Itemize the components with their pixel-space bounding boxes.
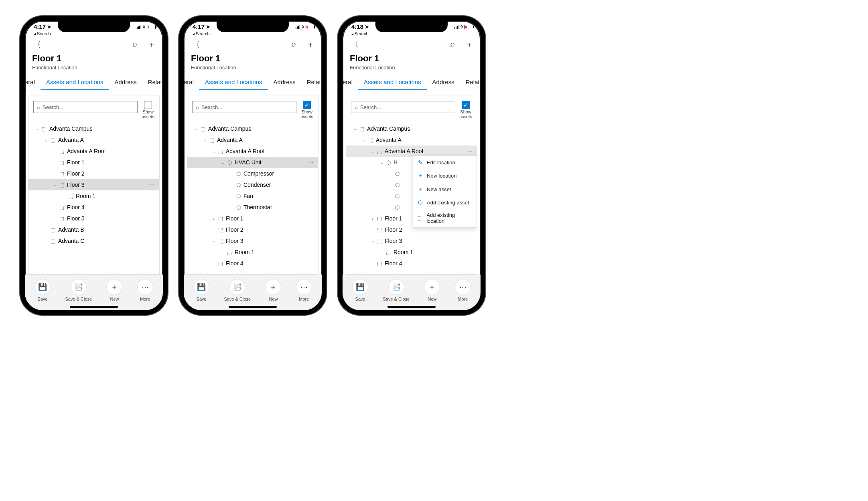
chevron-right-icon[interactable]: › (211, 216, 217, 221)
more-button[interactable]: ⋯More (455, 279, 471, 301)
search-button[interactable]: ⌕ (290, 38, 298, 51)
tree-node[interactable]: ⬡Condenser (187, 179, 318, 190)
tree-node[interactable]: ⌄⬚Advanta A (346, 134, 477, 145)
tab-assets-locations[interactable]: Assets and Locations (358, 75, 427, 90)
more-icon[interactable]: ⋯ (148, 182, 157, 188)
tab-general[interactable]: eral (184, 75, 199, 90)
chevron-down-icon[interactable]: ⌄ (211, 149, 217, 154)
search-input[interactable]: ⌕ Search... (33, 101, 138, 113)
chevron-down-icon[interactable]: ⌄ (211, 238, 217, 244)
home-indicator[interactable] (387, 306, 436, 308)
tree-node[interactable]: ⬚Floor 5 (28, 213, 159, 224)
tree-node[interactable]: ⬚Advanta A Roof (28, 145, 159, 157)
search-input[interactable]: ⌕ Search... (192, 101, 296, 113)
asset-icon: ⬡ (226, 160, 233, 166)
add-button[interactable]: ＋ (305, 38, 316, 51)
tree-node[interactable]: ⌄⬚Advanta Campus (28, 123, 159, 134)
save-close-button[interactable]: 📑Save & Close (65, 279, 92, 301)
tree-node[interactable]: ⬡Compressor (187, 168, 318, 179)
tab-address[interactable]: Address (268, 75, 301, 90)
tree-node[interactable]: ⬚Advanta B (28, 224, 159, 235)
tree-node[interactable]: ›⬚Floor 1 (187, 213, 318, 224)
back-button[interactable]: 〈 (189, 38, 202, 52)
tree-node[interactable]: ⬚Floor 2 (187, 224, 318, 235)
chevron-down-icon[interactable]: ⌄ (369, 149, 376, 154)
chevron-down-icon[interactable]: ⌄ (352, 126, 358, 131)
tab-related[interactable]: Relate (301, 75, 322, 90)
home-indicator[interactable] (229, 306, 277, 308)
tab-general[interactable]: eral (343, 75, 358, 90)
tree-node[interactable]: ⬚Floor 2 (28, 168, 159, 179)
add-button[interactable]: ＋ (146, 38, 157, 51)
new-button[interactable]: ＋New (106, 279, 122, 301)
search-placeholder: Search... (43, 104, 63, 110)
save-button[interactable]: 💾Save (193, 279, 209, 301)
tab-address[interactable]: Address (427, 75, 460, 90)
tree-node-selected[interactable]: ⌄⬡HVAC Unit⋯ (187, 157, 318, 168)
tree-node-selected[interactable]: ⌄⬚Advanta A Roof⋯ (346, 145, 477, 157)
battery-icon (306, 25, 314, 29)
ctx-add-existing-asset[interactable]: ⬡Add existing asset (413, 196, 477, 209)
tree-node[interactable]: ⌄⬚Advanta Campus (346, 123, 477, 134)
more-icon[interactable]: ⋯ (306, 159, 316, 166)
chevron-down-icon[interactable]: ⌄ (378, 160, 385, 165)
tree-node[interactable]: ⬚Floor 4 (28, 202, 159, 213)
chevron-right-icon[interactable]: › (369, 216, 376, 221)
chevron-down-icon[interactable]: ⌄ (369, 238, 376, 244)
tree-node[interactable]: ⌄⬚Advanta A (28, 134, 159, 145)
search-placeholder: Search... (360, 104, 381, 110)
tab-general[interactable]: eral (25, 75, 41, 90)
add-button[interactable]: ＋ (464, 38, 475, 51)
tree-node[interactable]: ⬚Room 1 (346, 246, 477, 258)
chevron-down-icon[interactable]: ⌄ (52, 182, 58, 188)
search-input[interactable]: ⌕ Search... (351, 101, 455, 113)
tree-node[interactable]: ⬚Floor 4 (346, 258, 477, 269)
chevron-down-icon[interactable]: ⌄ (219, 160, 226, 165)
show-assets-checkbox[interactable] (144, 101, 152, 109)
ctx-new-asset[interactable]: ＋New asset (413, 182, 477, 196)
ctx-add-existing-location[interactable]: ⬚Add existing location (413, 209, 477, 227)
tree-node[interactable]: ⌄⬚Advanta A Roof (187, 145, 318, 157)
save-button[interactable]: 💾Save (352, 279, 368, 301)
save-button[interactable]: 💾Save (34, 279, 51, 301)
search-button[interactable]: ⌕ (448, 38, 456, 51)
ctx-new-location[interactable]: ＋New location (413, 169, 477, 182)
tree-node[interactable]: ⬚Room 1 (187, 246, 318, 258)
tree-node[interactable]: ⬚Advanta C (28, 235, 159, 246)
tab-address[interactable]: Address (109, 75, 142, 90)
tree-node[interactable]: ⬚Room 1 (28, 190, 159, 202)
tab-related[interactable]: Relate (460, 75, 481, 90)
show-assets-checkbox[interactable]: ✓ (462, 101, 470, 109)
show-assets-checkbox[interactable]: ✓ (303, 101, 311, 109)
more-button[interactable]: ⋯More (296, 279, 312, 301)
chevron-down-icon[interactable]: ⌄ (43, 137, 49, 143)
tab-assets-locations[interactable]: Assets and Locations (41, 75, 109, 90)
tree-node[interactable]: ⬡Fan (187, 190, 318, 202)
tree-node[interactable]: ⬡Thermostat (187, 202, 318, 213)
new-button[interactable]: ＋New (265, 279, 281, 301)
tree-node[interactable]: ⌄⬚Advanta A (187, 134, 318, 145)
tab-assets-locations[interactable]: Assets and Locations (199, 75, 268, 90)
home-indicator[interactable] (70, 306, 118, 308)
more-button[interactable]: ⋯More (137, 279, 153, 301)
chevron-down-icon[interactable]: ⌄ (202, 137, 208, 143)
new-button[interactable]: ＋New (424, 279, 440, 301)
tree-node[interactable]: ⬚Floor 1 (28, 157, 159, 168)
chevron-down-icon[interactable]: ⌄ (193, 126, 199, 131)
bottom-bar: 💾Save 📑Save & Close ＋New ⋯More (184, 275, 322, 310)
search-button[interactable]: ⌕ (131, 38, 139, 51)
tree-node[interactable]: ⬚Floor 4 (187, 258, 318, 269)
back-button[interactable]: 〈 (348, 38, 361, 52)
tab-related[interactable]: Relate (142, 75, 163, 90)
tree-node-selected[interactable]: ⌄⬚Floor 3⋯ (28, 179, 159, 190)
save-close-button[interactable]: 📑Save & Close (383, 279, 410, 301)
more-icon[interactable]: ⋯ (465, 148, 475, 154)
tree-node[interactable]: ⌄⬚Advanta Campus (187, 123, 318, 134)
back-button[interactable]: 〈 (30, 38, 43, 52)
chevron-down-icon[interactable]: ⌄ (34, 126, 41, 131)
ctx-edit-location[interactable]: ✎Edit location (413, 156, 477, 169)
tree-node[interactable]: ⌄⬚Floor 3 (187, 235, 318, 246)
save-close-button[interactable]: 📑Save & Close (224, 279, 251, 301)
tree-node[interactable]: ⌄⬚Floor 3 (346, 235, 477, 246)
chevron-down-icon[interactable]: ⌄ (361, 137, 367, 143)
